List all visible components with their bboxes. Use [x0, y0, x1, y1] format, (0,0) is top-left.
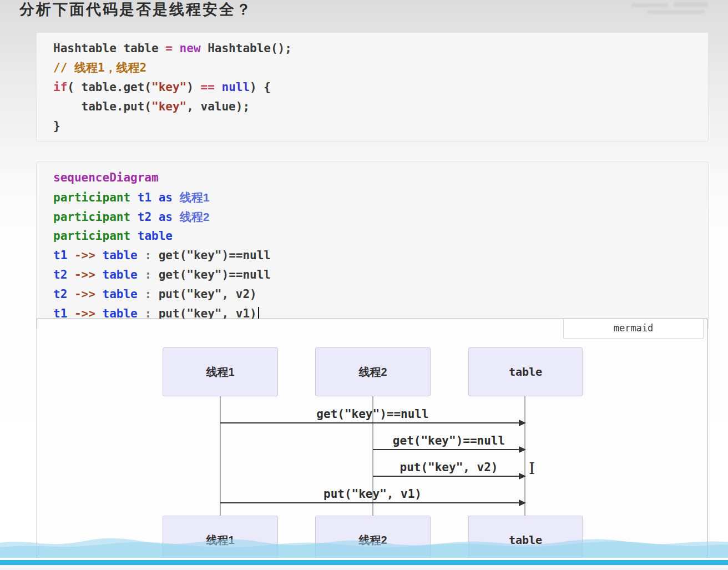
- code-token: ( table.get(: [67, 80, 151, 94]
- message-arrow-line: [220, 422, 525, 423]
- code-token: ->>: [74, 249, 95, 262]
- code-language-badge[interactable]: mermaid: [563, 319, 704, 339]
- code-block-java[interactable]: Hashtable table = new Hashtable();// 线程1…: [36, 32, 709, 142]
- code-token: Hashtable table: [53, 42, 165, 55]
- message-arrow-line: [220, 502, 525, 503]
- code-token: :: [144, 287, 151, 301]
- actor-label: 线程2: [358, 365, 387, 380]
- message-label: get("key")==null: [220, 407, 525, 421]
- code-token: participant: [53, 210, 130, 224]
- code-token: as: [159, 191, 173, 204]
- code-token: [173, 210, 180, 224]
- code-line: table.put("key", value);: [53, 97, 708, 117]
- code-line: if( table.get("key") == null) {: [53, 78, 708, 97]
- code-token: t2: [53, 287, 67, 301]
- code-token: new: [180, 42, 201, 55]
- code-token: ) {: [250, 80, 271, 94]
- code-token: [138, 268, 145, 281]
- sequence-message-1: get("key")==null: [220, 407, 525, 423]
- code-line: Hashtable table = new Hashtable();: [53, 39, 708, 58]
- code-token: [173, 191, 180, 204]
- message-label: get("key")==null: [373, 433, 525, 448]
- code-token: [151, 210, 159, 224]
- code-token: table: [103, 268, 138, 281]
- code-token: t2: [53, 268, 67, 281]
- code-token: put("key", v2): [151, 287, 257, 301]
- code-token: [138, 249, 145, 262]
- code-token: [67, 287, 74, 301]
- code-token: t1: [53, 249, 67, 262]
- actor-label: 线程1: [206, 533, 234, 548]
- mermaid-preview-panel: mermaid 线程1 线程2 table get("key")==null g…: [37, 319, 707, 570]
- code-token: , value);: [186, 100, 250, 113]
- code-token: [151, 191, 159, 204]
- code-token: =: [165, 42, 173, 55]
- message-arrow-line: [373, 449, 525, 450]
- code-token: table: [103, 287, 138, 301]
- code-token: null: [221, 80, 250, 94]
- message-label: put("key", v2): [373, 460, 525, 475]
- text-cursor-pointer-icon: I: [529, 461, 535, 477]
- arrowhead-icon: [519, 446, 526, 453]
- code-line: t2 ->> table : put("key", v2): [53, 285, 708, 304]
- code-token: table: [138, 229, 173, 243]
- code-token: [95, 268, 103, 281]
- code-token: // 线程1，线程2: [53, 61, 146, 74]
- watermark-smudge: [631, 3, 668, 7]
- actor-box-table-top: table: [468, 347, 583, 396]
- actor-label: table: [509, 533, 542, 547]
- code-token: get("key")==null: [151, 249, 271, 262]
- code-token: [95, 249, 103, 262]
- code-line: }: [53, 117, 708, 136]
- code-token: Hashtable();: [201, 42, 292, 55]
- code-token: ->>: [74, 268, 95, 281]
- code-token: participant: [53, 229, 130, 243]
- code-token: t2: [138, 210, 151, 224]
- code-line: sequenceDiagram: [53, 168, 708, 188]
- code-token: [130, 210, 138, 224]
- code-token: :: [144, 249, 151, 262]
- code-line: // 线程1，线程2: [53, 58, 708, 78]
- code-token: [95, 287, 103, 301]
- code-token: "key": [151, 80, 186, 94]
- watermark: [631, 1, 720, 16]
- bottom-cyan-stripe: [0, 560, 728, 565]
- bottom-edge-strip: [0, 565, 728, 570]
- code-token: get("key")==null: [151, 268, 271, 281]
- actor-box-thread1-top: 线程1: [163, 347, 278, 396]
- actor-box-thread2-bottom: 线程2: [315, 516, 431, 564]
- sequence-message-2: get("key")==null: [373, 433, 525, 450]
- sequence-message-3: put("key", v2): [373, 460, 525, 477]
- code-token: [173, 42, 180, 55]
- code-token: as: [159, 210, 173, 224]
- arrowhead-icon: [519, 500, 526, 506]
- watermark-smudge: [647, 10, 705, 14]
- actor-box-table-bottom: table: [468, 516, 583, 564]
- code-token: [130, 229, 138, 243]
- code-token: table.put(: [53, 100, 151, 113]
- code-line: t2 ->> table : get("key")==null: [53, 265, 708, 285]
- code-line: participant t1 as 线程1: [53, 188, 708, 207]
- watermark-smudge: [674, 2, 708, 7]
- code-token: [215, 80, 222, 94]
- actor-box-thread1-bottom: 线程1: [163, 516, 278, 564]
- message-label: put("key", v1): [220, 487, 525, 501]
- code-token: table: [103, 249, 138, 262]
- actor-label: 线程2: [358, 533, 387, 548]
- code-token: participant: [53, 191, 130, 204]
- code-token: [67, 268, 74, 281]
- code-token: "key": [151, 100, 186, 113]
- sequence-message-4: put("key", v1): [220, 487, 525, 503]
- actor-box-thread2-top: 线程2: [315, 347, 431, 396]
- actor-label: table: [509, 365, 542, 379]
- code-token: [138, 287, 145, 301]
- code-line: participant t2 as 线程2: [53, 207, 708, 226]
- code-token: }: [53, 119, 60, 133]
- code-token: if: [53, 80, 67, 94]
- code-token: sequenceDiagram: [53, 171, 159, 184]
- code-token: :: [144, 268, 151, 281]
- code-block-mermaid-source[interactable]: sequenceDiagramparticipant t1 as 线程1part…: [36, 162, 709, 329]
- code-token: ->>: [74, 287, 95, 301]
- code-token: ==: [201, 80, 215, 94]
- code-token: t1: [138, 191, 151, 204]
